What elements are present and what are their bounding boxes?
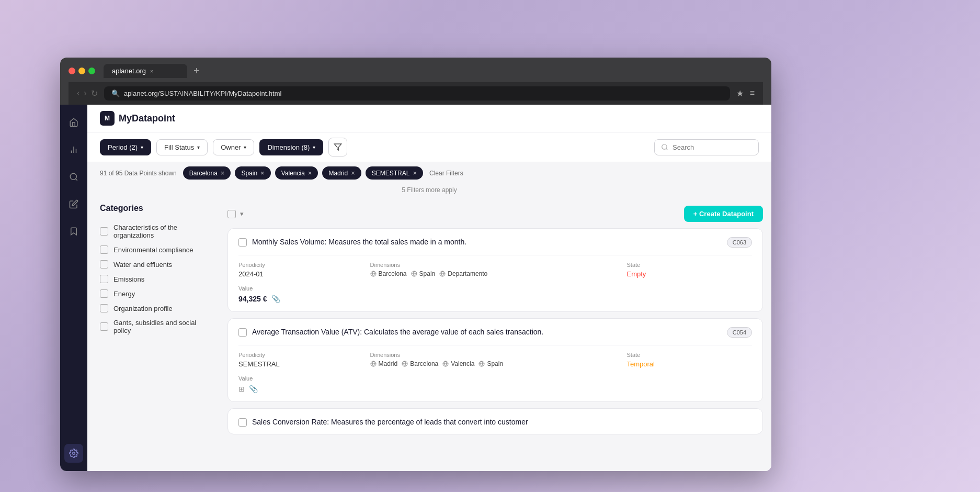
dp1-periodicity-label: Periodicity bbox=[238, 262, 364, 268]
dp3-checkbox[interactable] bbox=[238, 418, 247, 427]
dp2-state-value: Temporal bbox=[627, 360, 753, 368]
filter-icon-button[interactable] bbox=[328, 138, 347, 156]
sidebar bbox=[60, 105, 87, 471]
sidebar-home-icon[interactable] bbox=[64, 113, 83, 132]
address-text: aplanet.org/SUSTAINABILITY/KPI/MyDatapoi… bbox=[124, 90, 282, 97]
close-window-button[interactable] bbox=[69, 68, 75, 74]
address-search-icon: 🔍 bbox=[111, 90, 120, 97]
back-button[interactable]: ‹ bbox=[77, 88, 79, 98]
category-checkbox-energy[interactable] bbox=[100, 289, 108, 298]
category-item-org-profile[interactable]: Organization profile bbox=[100, 301, 211, 316]
maximize-window-button[interactable] bbox=[88, 68, 95, 74]
content-area: Categories Characteristics of the organi… bbox=[87, 195, 771, 471]
category-item-energy[interactable]: Energy bbox=[100, 286, 211, 301]
remove-madrid-button[interactable]: × bbox=[351, 169, 355, 177]
dp2-dimensions-label: Dimensions bbox=[370, 352, 621, 358]
category-item-emissions[interactable]: Emissions bbox=[100, 272, 211, 286]
select-all-chevron[interactable]: ▾ bbox=[240, 210, 244, 218]
dp2-dim-madrid: Madrid bbox=[370, 360, 398, 367]
tab-area: aplanet.org × + bbox=[104, 64, 763, 78]
dp1-value: 94,325 € bbox=[238, 295, 267, 303]
fill-status-filter-button[interactable]: Fill Status ▾ bbox=[156, 139, 208, 155]
dim-icon-madrid bbox=[370, 361, 377, 367]
category-checkbox-org-profile[interactable] bbox=[100, 304, 108, 312]
clear-filters-button[interactable]: Clear Filters bbox=[429, 170, 463, 177]
category-checkbox-emissions[interactable] bbox=[100, 275, 108, 283]
fill-status-label: Fill Status bbox=[164, 143, 194, 151]
dp1-checkbox[interactable] bbox=[238, 238, 247, 247]
remove-spain-button[interactable]: × bbox=[260, 169, 265, 177]
tab-close-icon[interactable]: × bbox=[150, 68, 153, 74]
sidebar-chart-icon[interactable] bbox=[64, 140, 83, 159]
dimension-filter-button[interactable]: Dimension (8) ▾ bbox=[259, 139, 323, 155]
dp1-dimensions-label: Dimensions bbox=[370, 262, 621, 268]
main-area: M MyDatapoint Period (2) ▾ Fill Status ▾… bbox=[87, 105, 771, 471]
dimension-label: Dimension (8) bbox=[267, 143, 310, 151]
forward-button[interactable]: › bbox=[84, 88, 86, 98]
select-all-checkbox[interactable] bbox=[227, 210, 236, 218]
category-label-energy: Energy bbox=[113, 290, 135, 298]
tab-title: aplanet.org bbox=[112, 67, 146, 75]
category-item-gants[interactable]: Gants, subsidies and social policy bbox=[100, 316, 211, 338]
dim-icon-barcelona bbox=[370, 271, 377, 277]
dp2-checkbox[interactable] bbox=[238, 328, 247, 337]
dp2-dim-valencia: Valencia bbox=[442, 360, 474, 367]
create-datapoint-button[interactable]: + Create Datapoint bbox=[684, 206, 763, 222]
sidebar-back-icon[interactable] bbox=[64, 167, 83, 186]
traffic-lights bbox=[69, 68, 95, 74]
app-header: M MyDatapoint bbox=[87, 105, 771, 132]
sidebar-edit-icon[interactable] bbox=[64, 195, 83, 214]
period-filter-button[interactable]: Period (2) ▾ bbox=[100, 139, 151, 155]
bookmark-icon[interactable]: ★ bbox=[736, 88, 744, 98]
filter-tag-barcelona: Barcelona × bbox=[183, 166, 231, 180]
dp1-state-value: Empty bbox=[627, 270, 753, 278]
category-checkbox-water[interactable] bbox=[100, 260, 108, 269]
minimize-window-button[interactable] bbox=[78, 68, 85, 74]
dp2-value-display: ⊞ 📎 bbox=[238, 385, 752, 393]
dp1-state: State Empty bbox=[627, 262, 753, 278]
category-checkbox-char-org[interactable] bbox=[100, 227, 108, 236]
owner-filter-button[interactable]: Owner ▾ bbox=[213, 139, 254, 155]
sidebar-bookmark-icon[interactable] bbox=[64, 222, 83, 241]
search-input[interactable] bbox=[673, 143, 751, 151]
category-checkbox-gants[interactable] bbox=[100, 322, 108, 331]
filter-tag-valencia-label: Valencia bbox=[281, 170, 305, 177]
more-filters-text: 5 Filters more apply bbox=[402, 186, 457, 194]
dp1-value-row: Value 94,325 € 📎 bbox=[238, 283, 752, 303]
logo-icon: M bbox=[100, 111, 115, 126]
filter-bar: Period (2) ▾ Fill Status ▾ Owner ▾ Dimen… bbox=[87, 132, 771, 162]
refresh-button[interactable]: ↻ bbox=[91, 88, 98, 98]
dp1-attachment-icon[interactable]: 📎 bbox=[271, 295, 280, 303]
dp1-title: Monthly Sales Volume: Measures the total… bbox=[252, 237, 722, 248]
remove-semestral-button[interactable]: × bbox=[413, 169, 417, 177]
active-filters-row: 91 of 95 Data Points shown Barcelona × S… bbox=[87, 162, 771, 184]
address-bar[interactable]: 🔍 aplanet.org/SUSTAINABILITY/KPI/MyDatap… bbox=[104, 86, 730, 100]
data-count: 91 of 95 Data Points shown bbox=[100, 170, 177, 177]
category-item-env-compliance[interactable]: Environmental compliance bbox=[100, 242, 211, 257]
category-checkbox-env-compliance[interactable] bbox=[100, 245, 108, 254]
app-content: M MyDatapoint Period (2) ▾ Fill Status ▾… bbox=[60, 105, 771, 471]
dp2-attachment-icon[interactable]: 📎 bbox=[249, 385, 258, 393]
new-tab-button[interactable]: + bbox=[189, 65, 204, 77]
nav-buttons: ‹ › ↻ bbox=[77, 88, 98, 98]
remove-valencia-button[interactable]: × bbox=[308, 169, 312, 177]
datapoint-card-dp2: Average Transaction Value (ATV): Calcula… bbox=[227, 318, 763, 402]
search-box[interactable] bbox=[654, 139, 759, 155]
category-item-char-org[interactable]: Characteristics of the organizations bbox=[100, 220, 211, 242]
browser-menu-icon[interactable]: ≡ bbox=[750, 88, 755, 98]
svg-line-8 bbox=[666, 149, 668, 150]
remove-barcelona-button[interactable]: × bbox=[221, 169, 225, 177]
search-icon bbox=[661, 143, 668, 151]
list-header: ▾ + Create Datapoint bbox=[227, 204, 763, 228]
filter-tag-spain-label: Spain bbox=[241, 170, 257, 177]
dp1-value-label: Value bbox=[238, 285, 253, 292]
browser-toolbar-right: ★ ≡ bbox=[736, 88, 755, 98]
datapoint-card-dp1: Monthly Sales Volume: Measures the total… bbox=[227, 228, 763, 312]
dp2-state-label: State bbox=[627, 352, 753, 358]
period-chevron-icon: ▾ bbox=[141, 144, 143, 150]
category-item-water[interactable]: Water and effluents bbox=[100, 257, 211, 272]
dp1-dimension-tags: Barcelona Spain Departamento bbox=[370, 270, 621, 277]
active-tab[interactable]: aplanet.org × bbox=[104, 64, 187, 78]
sidebar-settings-icon[interactable] bbox=[64, 444, 83, 463]
datapoints-list: ▾ + Create Datapoint Monthly Sales Volum… bbox=[223, 204, 771, 463]
